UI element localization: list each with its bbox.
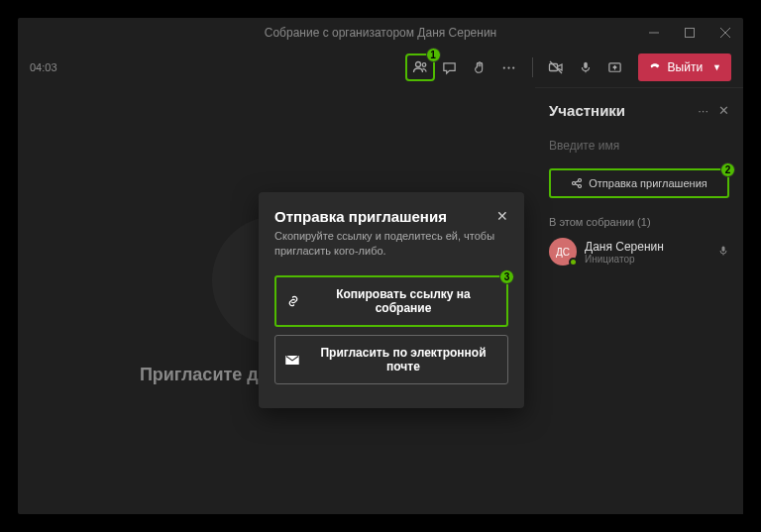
maximize-button[interactable] (672, 18, 707, 48)
meeting-toolbar: 04:03 1 (18, 48, 743, 87)
mic-icon[interactable] (717, 243, 729, 261)
chevron-down-icon: ▼ (712, 62, 721, 72)
participant-row[interactable]: ДС Даня Серенин Инициатор (549, 238, 729, 266)
presence-available-icon (569, 258, 578, 266)
leave-button[interactable]: Выйти ▼ (638, 53, 731, 81)
annotation-badge-1: 1 (426, 48, 441, 62)
svg-rect-11 (584, 62, 588, 68)
camera-button[interactable] (541, 53, 571, 81)
svg-line-16 (576, 181, 579, 183)
window-controls (636, 18, 743, 48)
invite-email-button[interactable]: Пригласить по электронной почте (274, 335, 508, 384)
more-actions-button[interactable] (494, 53, 524, 81)
panel-more-icon[interactable]: ··· (698, 103, 708, 118)
app-window: Собрание с организатором Даня Серенин 04… (18, 18, 743, 514)
svg-point-8 (512, 66, 514, 68)
leave-label: Выйти (668, 60, 704, 74)
microphone-button[interactable] (571, 53, 600, 81)
svg-point-6 (503, 66, 505, 68)
titlebar: Собрание с организатором Даня Серенин (18, 18, 743, 48)
window-title: Собрание с организатором Даня Серенин (265, 26, 496, 40)
participant-name: Даня Серенин (585, 240, 709, 254)
close-button[interactable] (707, 18, 743, 48)
svg-point-7 (507, 66, 509, 68)
avatar: ДС (549, 238, 577, 266)
share-invite-modal: Отправка приглашения ✕ Скопируйте ссылку… (259, 192, 524, 408)
annotation-badge-2: 2 (720, 162, 735, 177)
svg-point-5 (422, 63, 426, 67)
raise-hand-button[interactable] (465, 53, 494, 81)
modal-title: Отправка приглашения (274, 208, 447, 225)
share-screen-button[interactable] (600, 53, 630, 81)
participant-role: Инициатор (585, 254, 709, 265)
copy-link-button[interactable]: Копировать ссылку на собрание 3 (274, 275, 508, 327)
svg-point-4 (415, 62, 420, 67)
svg-line-17 (576, 184, 579, 186)
participants-button[interactable]: 1 (405, 53, 435, 81)
meeting-timer: 04:03 (30, 61, 57, 73)
svg-point-14 (573, 182, 576, 185)
modal-close-icon[interactable]: ✕ (496, 208, 508, 224)
participants-panel: Участники ··· ✕ Отправка приглашения 2 В… (535, 87, 743, 514)
panel-title: Участники (549, 102, 625, 119)
share-invite-label: Отправка приглашения (589, 177, 707, 189)
modal-description: Скопируйте ссылку и поделитесь ей, чтобы… (274, 229, 508, 260)
share-invite-button[interactable]: Отправка приглашения 2 (549, 168, 729, 198)
panel-close-icon[interactable]: ✕ (718, 103, 729, 118)
name-input[interactable] (549, 133, 729, 159)
svg-point-13 (579, 179, 582, 182)
minimize-button[interactable] (636, 18, 672, 48)
annotation-badge-3: 3 (499, 269, 514, 284)
svg-rect-1 (686, 29, 695, 38)
svg-point-15 (579, 185, 582, 188)
in-meeting-label: В этом собрании (1) (549, 216, 729, 228)
copy-link-label: Копировать ссылку на собрание (310, 287, 496, 315)
invite-email-label: Пригласить по электронной почте (309, 346, 497, 373)
svg-rect-18 (722, 247, 725, 252)
svg-line-10 (550, 61, 562, 73)
